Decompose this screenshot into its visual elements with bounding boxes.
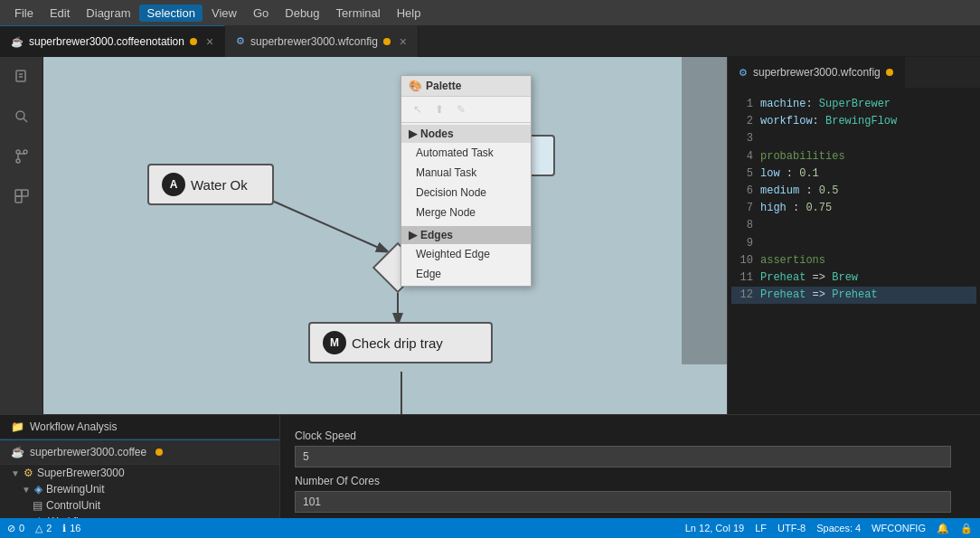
files-icon[interactable]: [9, 64, 34, 90]
tab-wfconfig-dot: [383, 38, 391, 45]
coffee-icon: ☕: [11, 446, 24, 458]
warning-count: 2: [46, 523, 52, 533]
coffee-tab[interactable]: ☕ superbrewer3000.coffee: [0, 439, 279, 465]
statusbar: ⊘ 0 △ 2 ℹ 16 Ln 12, Col 19 LF UTF-8 Spac…: [0, 518, 980, 538]
diagram-area[interactable]: A Water Ok M Refill water M Check drip t…: [43, 57, 727, 414]
error-count: 0: [19, 523, 24, 533]
code-line-4: 4 probabilities: [731, 148, 976, 165]
palette-nodes-header[interactable]: ▶ Nodes: [401, 125, 531, 143]
palette-nodes-label: Nodes: [420, 127, 454, 140]
tree-icon-workflow: ⚙: [34, 515, 44, 518]
editor-tab-wfconfig-label: superbrewer3000.wfconfig: [753, 66, 881, 79]
water-ok-label: Water Ok: [191, 177, 248, 193]
palette-edges-header[interactable]: ▶ Edges: [401, 226, 531, 244]
tree-arrow-superbrewer: ▼: [11, 468, 20, 478]
tree-icon-brewingunit: ◈: [34, 483, 42, 496]
nodes-arrow-icon: ▶: [409, 127, 417, 140]
code-line-9: 9: [731, 235, 976, 252]
tab-coffeenotation-dot: [190, 38, 197, 45]
palette-select-tool[interactable]: ↖: [409, 100, 427, 118]
editor-tabbar: ☕ superbrewer3000.coffeenotation × ⚙ sup…: [0, 25, 980, 57]
editor-tab-dot: [886, 69, 893, 76]
code-editor[interactable]: 1 machine: SuperBrewer 2 workflow: Brewi…: [728, 89, 980, 414]
palette-item-edge[interactable]: Edge: [401, 264, 531, 284]
palette-title: Palette: [426, 80, 461, 92]
water-ok-type-badge: A: [162, 173, 185, 196]
code-line-8: 8: [731, 217, 976, 234]
menu-file[interactable]: File: [7, 5, 41, 22]
clock-speed-value: 5: [295, 446, 951, 467]
palette-item-weighted-edge[interactable]: Weighted Edge: [401, 244, 531, 264]
tree-item-superbrewer[interactable]: ▼ ⚙ SuperBrewer3000: [0, 465, 279, 481]
workflow-analysis-tab[interactable]: 📁 Workflow Analysis: [0, 415, 279, 439]
position-text: Ln 12, Col 19: [685, 523, 744, 533]
edges-arrow-icon: ▶: [409, 229, 417, 241]
code-line-2: 2 workflow: BrewingFlow: [731, 113, 976, 130]
menu-selection[interactable]: Selection: [139, 5, 202, 22]
code-line-6: 6 medium : 0.5: [731, 183, 976, 200]
tab-coffeenotation-close[interactable]: ×: [206, 34, 213, 49]
svg-rect-10: [15, 196, 22, 203]
svg-rect-11: [22, 190, 28, 196]
editor-inner-tabbar: ⚙ superbrewer3000.wfconfig: [728, 57, 980, 89]
status-encoding: UTF-8: [777, 523, 806, 533]
code-line-11: 11 Preheat => Brew: [731, 269, 976, 287]
tab-wfconfig-close[interactable]: ×: [400, 34, 407, 49]
clock-speed-label: Clock Speed: [295, 429, 966, 442]
coffeenotation-icon: ☕: [11, 36, 24, 48]
num-cores-label: Number Of Cores: [295, 475, 966, 487]
svg-point-6: [16, 159, 20, 163]
palette-item-automated-task[interactable]: Automated Task: [401, 143, 531, 163]
palette-tools: ↖ ⬆ ✎: [401, 97, 531, 123]
wfconfig-icon: ⚙: [236, 35, 245, 47]
scm-icon[interactable]: [9, 144, 34, 169]
svg-rect-0: [16, 71, 25, 81]
water-ok-node[interactable]: A Water Ok: [147, 164, 274, 205]
main-area: A Water Ok M Refill water M Check drip t…: [0, 57, 980, 414]
editor-tab-wfconfig[interactable]: ⚙ superbrewer3000.wfconfig: [728, 57, 905, 88]
palette-move-tool[interactable]: ⬆: [430, 100, 448, 118]
menu-help[interactable]: Help: [390, 5, 429, 22]
palette-nodes-section: ▶ Nodes Automated Task Manual Task Decis…: [401, 123, 531, 224]
code-line-1: 1 machine: SuperBrewer: [731, 96, 976, 113]
mode-text: WFCONFIG: [872, 523, 926, 533]
code-line-10: 10 assertions: [731, 252, 976, 269]
code-line-5: 5 low : 0.1: [731, 165, 976, 183]
tab-coffeenotation[interactable]: ☕ superbrewer3000.coffeenotation ×: [0, 25, 225, 57]
menu-debug[interactable]: Debug: [278, 5, 326, 22]
tree-item-brewingunit[interactable]: ▼ ◈ BrewingUnit: [0, 481, 279, 497]
menu-view[interactable]: View: [204, 5, 244, 22]
search-icon[interactable]: [9, 104, 34, 129]
tab-wfconfig-label: superbrewer3000.wfconfig: [250, 35, 378, 48]
palette-item-decision-node[interactable]: Decision Node: [401, 183, 531, 203]
extensions-icon[interactable]: [9, 184, 34, 209]
workflow-analysis-panel: 📁 Workflow Analysis ☕ superbrewer3000.co…: [0, 415, 280, 518]
status-warnings[interactable]: △ 2: [35, 523, 52, 534]
tree-item-controlunit[interactable]: ▤ ControlUnit: [0, 497, 279, 514]
menu-terminal[interactable]: Terminal: [329, 5, 388, 22]
status-bell[interactable]: 🔔: [937, 523, 949, 534]
palette-item-manual-task[interactable]: Manual Task: [401, 163, 531, 183]
menu-diagram[interactable]: Diagram: [79, 5, 137, 22]
tree-item-workflow[interactable]: ▼ ⚙ Workflow: [0, 514, 279, 518]
palette-edges-label: Edges: [420, 229, 453, 241]
check-drip-tray-node[interactable]: M Check drip tray: [308, 322, 493, 363]
menubar: File Edit Diagram Selection View Go Debu…: [0, 0, 980, 25]
info-icon: ℹ: [62, 523, 66, 534]
tree-label-workflow: Workflow: [48, 515, 92, 518]
menu-edit[interactable]: Edit: [42, 5, 77, 22]
error-icon: ⊘: [7, 523, 15, 534]
code-line-3: 3: [731, 130, 976, 147]
tree-arrow-brewingunit: ▼: [22, 485, 31, 495]
tab-wfconfig[interactable]: ⚙ superbrewer3000.wfconfig ×: [225, 25, 419, 57]
palette-edit-tool[interactable]: ✎: [452, 100, 470, 118]
status-lock[interactable]: 🔒: [960, 523, 973, 534]
status-info[interactable]: ℹ 16: [62, 523, 80, 534]
editor-panel: ⚙ superbrewer3000.wfconfig 1 machine: Su…: [727, 57, 980, 414]
palette-popup: 🎨 Palette ↖ ⬆ ✎ ▶ Nodes Automated Task M…: [400, 75, 532, 287]
left-sidebar: [0, 57, 43, 414]
palette-item-merge-node[interactable]: Merge Node: [401, 203, 531, 222]
svg-point-3: [16, 111, 24, 119]
menu-go[interactable]: Go: [246, 5, 276, 22]
status-errors[interactable]: ⊘ 0: [7, 523, 24, 534]
